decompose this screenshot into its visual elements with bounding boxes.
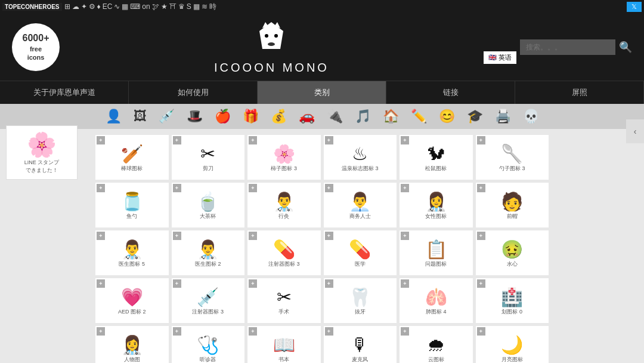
cat-pencil[interactable]: ✏️ — [411, 109, 427, 124]
icon-cell-dropper[interactable]: + 💊 注射器图标 3 — [247, 230, 321, 275]
icon-label-peach: 柿子图标 3 — [271, 165, 297, 172]
icon-cell-book[interactable]: + 📖 书本 — [247, 326, 321, 363]
icon-cell-teacup[interactable]: + 🍵 大茶杯 — [172, 183, 245, 227]
icon-cell-dental[interactable]: + 🦷 抜牙 — [324, 278, 397, 323]
icon-cell-stethoscope[interactable]: + 🩺 听诊器 — [172, 326, 245, 363]
icon-cell-nurse[interactable]: + 👩‍⚕️ 人物图 — [95, 326, 169, 363]
icon-cell-spoon[interactable]: + 🥄 勺子图标 3 — [476, 135, 549, 180]
icon-mic: 🎙 — [351, 336, 369, 354]
icon-label-scissors: 剪刀 — [203, 165, 213, 172]
toolbar-icon-11[interactable]: 🕊 — [152, 2, 159, 11]
toolbar-icon-15[interactable]: S — [187, 2, 191, 11]
icon-label-hospital: 划图标 0 — [501, 309, 522, 315]
toolbar-icon-1[interactable]: ⊞ — [64, 2, 70, 11]
cat-money[interactable]: 💰 — [271, 109, 287, 124]
toolbar-icon-3[interactable]: ✦ — [81, 2, 87, 11]
toolbar-icon-6[interactable]: EC — [103, 2, 113, 11]
cat-image[interactable]: 🖼 — [134, 109, 147, 124]
cat-medical[interactable]: 💉 — [159, 109, 175, 124]
cat-music[interactable]: 🎵 — [355, 109, 371, 124]
toolbar-icon-7[interactable]: ∿ — [114, 2, 120, 11]
icon-hospital: 🏥 — [501, 288, 523, 306]
search-button[interactable]: 🔍 — [619, 41, 632, 54]
right-panel-toggle[interactable]: ‹ — [626, 119, 644, 143]
icon-book: 📖 — [273, 336, 295, 354]
cat-education[interactable]: 🎓 — [467, 109, 483, 124]
plus-badge: + — [173, 232, 181, 240]
cat-gift[interactable]: 🎁 — [243, 109, 259, 124]
site-name[interactable]: TOPECONHEROES — [2, 3, 62, 11]
toolbar-icon-16[interactable]: ▦ — [193, 2, 200, 11]
icon-cell-cap[interactable]: + 🧑 前帽 — [476, 183, 549, 227]
lang-button[interactable]: 🇬🇧 英语 — [484, 51, 516, 64]
plus-badge: + — [249, 136, 257, 144]
icon-cell-ladle[interactable]: + 🫙 鱼勺 — [95, 183, 169, 227]
icon-cell-businessman[interactable]: + 👨‍💼 商务人士 — [324, 183, 397, 227]
icon-cell-medicine[interactable]: + 💊 医学 — [324, 230, 397, 275]
toolbar-icon-2[interactable]: ☁ — [72, 2, 79, 11]
icon-cell-water[interactable]: + 🤢 水心 — [476, 230, 549, 275]
icon-doctor2: 👨‍⚕️ — [197, 241, 219, 259]
toolbar-icon-17[interactable]: ≋ — [202, 2, 208, 11]
twitter-button[interactable]: 𝕏 — [627, 2, 642, 12]
cat-food[interactable]: 🍎 — [215, 109, 231, 124]
icon-cell-hospital[interactable]: + 🏥 划图标 0 — [476, 278, 549, 323]
icon-nurse: 👩‍⚕️ — [121, 336, 143, 354]
icon-cell-surgery[interactable]: + ✂ 手术 — [247, 278, 321, 323]
plus-badge: + — [97, 279, 105, 288]
nav-item-about[interactable]: 关于伊库恩单声道 — [0, 81, 129, 104]
icon-label-moon: 月亮图标 — [501, 356, 523, 363]
toolbar-icon-4[interactable]: ⚙ — [89, 2, 95, 11]
icon-label-stethoscope: 听诊器 — [200, 356, 216, 363]
icon-baseball: 🏏 — [121, 145, 143, 163]
toolbar-icon-8[interactable]: ▦ — [122, 2, 128, 11]
toolbar-icon-9[interactable]: ⌨ — [130, 2, 140, 11]
toolbar-icon-12[interactable]: ★ — [161, 2, 168, 11]
line-stamp-ad[interactable]: 🌸 LINE スタンプできました！ — [6, 125, 78, 180]
icon-label-cap: 前帽 — [507, 213, 518, 220]
stamp-art: 🌸 — [11, 131, 72, 159]
nav-item-category[interactable]: 类别 — [258, 81, 386, 104]
icon-surgery: ✂ — [277, 288, 292, 306]
icon-cell-doctor-look[interactable]: + 👨‍⚕️ 行灸 — [247, 183, 321, 227]
icon-cell-lungs[interactable]: + 🫁 肺图标 4 — [400, 278, 473, 323]
nav-item-howto[interactable]: 如何使用 — [129, 81, 258, 104]
search-input[interactable] — [520, 39, 615, 55]
toolbar-icon-14[interactable]: ♛ — [178, 2, 185, 11]
cat-hat[interactable]: 🎩 — [187, 109, 203, 124]
icon-cell-mic[interactable]: + 🎙 麦克风 — [324, 326, 397, 363]
plus-badge: + — [249, 279, 257, 288]
plus-badge: + — [477, 279, 485, 288]
icon-cell-checklist[interactable]: + 📋 问题图标 — [400, 230, 473, 275]
cat-face[interactable]: 😊 — [439, 109, 455, 124]
cat-car[interactable]: 🚗 — [299, 109, 315, 124]
icon-cell-woman[interactable]: + 👩‍⚕️ 女性图标 — [400, 183, 473, 227]
icon-cell-peach[interactable]: + 🌸 柿子图标 3 — [247, 135, 321, 180]
icon-cell-hotspring[interactable]: + ♨ 温泉标志图标 3 — [324, 135, 397, 180]
icon-cell-cloud[interactable]: + 🌧 云图标 — [400, 326, 473, 363]
cat-skull[interactable]: 💀 — [523, 109, 539, 124]
cat-plug[interactable]: 🔌 — [327, 109, 343, 124]
icon-cell-aed[interactable]: + 💗 AED 图标 2 — [95, 278, 169, 323]
toolbar-icon-5[interactable]: ♦ — [97, 2, 101, 11]
icon-cell-scissors[interactable]: + ✂ 剪刀 — [172, 135, 245, 180]
cat-building[interactable]: 🏠 — [383, 109, 399, 124]
logo-big-text: 6000+ — [23, 32, 49, 45]
cat-print[interactable]: 🖨️ — [495, 109, 511, 124]
icon-cell-syringe[interactable]: + 💉 注射器图标 3 — [172, 278, 245, 323]
toolbar-icon-18[interactable]: 時 — [209, 2, 216, 12]
toolbar-icon-10[interactable]: on — [142, 2, 150, 11]
icon-label-syringe: 注射器图标 3 — [192, 309, 224, 315]
icon-cell-squirrel[interactable]: + 🐿 松鼠图标 — [400, 135, 473, 180]
icon-cell-doctor2[interactable]: + 👨‍⚕️ 医生图标 2 — [172, 230, 245, 275]
nav-item-links[interactable]: 链接 — [386, 81, 515, 104]
toolbar-icon-13[interactable]: ⛩ — [169, 2, 177, 11]
icon-cell-doctor5[interactable]: + 👨‍⚕️ 医生图标 5 — [95, 230, 169, 275]
icon-grid: + 🏏 棒球图标 + ✂ 剪刀 + 🌸 柿子图标 3 + ♨ 温泉标志图标 3 … — [95, 135, 549, 363]
icon-cell-baseball[interactable]: + 🏏 棒球图标 — [95, 135, 169, 180]
icon-cell-moon[interactable]: + 🌙 月亮图标 — [476, 326, 549, 363]
icon-scissors: ✂ — [200, 145, 215, 163]
plus-badge: + — [325, 184, 333, 192]
nav-item-screenshot[interactable]: 屏照 — [515, 81, 644, 104]
cat-person[interactable]: 👤 — [106, 109, 122, 124]
